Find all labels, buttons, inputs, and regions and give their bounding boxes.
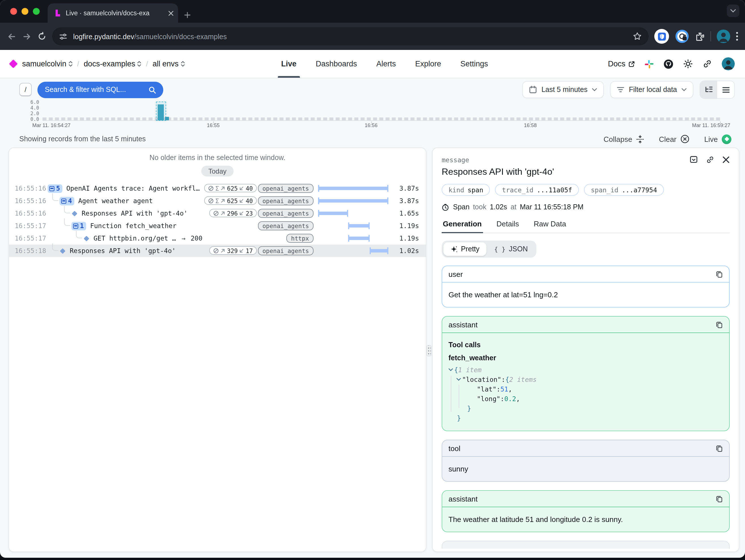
search-filter-button[interactable]: Search & filter with SQL... xyxy=(37,82,163,98)
detail-tabs: GenerationDetailsRaw Data xyxy=(442,217,730,233)
message-card-assistant: assistantThe weather at latitude 51 and … xyxy=(442,490,730,532)
token-usage-badge: Σ62540 xyxy=(204,196,257,205)
tree-view-button[interactable] xyxy=(700,81,717,98)
today-chip[interactable]: Today xyxy=(201,166,233,177)
theme-sun-icon[interactable] xyxy=(683,59,693,69)
clear-button[interactable]: Clear xyxy=(659,134,689,144)
trace-row[interactable]: 16:55:164Agent weather agentΣ62540openai… xyxy=(9,195,426,207)
pin-view-icon[interactable] xyxy=(689,155,698,164)
back-button[interactable] xyxy=(7,31,17,41)
token-coin-icon xyxy=(214,211,219,216)
copy-icon[interactable] xyxy=(715,270,723,278)
browser-tab-strip: Live · samuelcolvin/docs-exa xyxy=(0,0,745,23)
breadcrumb-item-all envs[interactable]: all envs xyxy=(153,60,185,68)
docs-link[interactable]: Docs xyxy=(608,60,635,68)
breadcrumb-item-samuelcolvin[interactable]: samuelcolvin xyxy=(22,60,72,68)
tab-close-icon[interactable] xyxy=(168,10,173,15)
scope-tag[interactable]: openai_agents xyxy=(258,246,314,255)
chevron-down-icon xyxy=(681,88,687,91)
tab-search-chevron-button[interactable] xyxy=(727,4,739,17)
close-window-button[interactable] xyxy=(10,8,17,15)
scope-tag[interactable]: openai_agents xyxy=(258,196,314,206)
copy-icon[interactable] xyxy=(715,321,723,328)
bookmark-star-icon[interactable] xyxy=(633,32,642,41)
trace-row[interactable]: 16:55:171Function fetch_weatheropenai_ag… xyxy=(9,220,426,232)
tab-title: Live · samuelcolvin/docs-exa xyxy=(66,10,164,17)
tab-raw-data[interactable]: Raw Data xyxy=(533,217,567,232)
maximize-window-button[interactable] xyxy=(33,8,40,15)
copy-icon[interactable] xyxy=(715,444,723,452)
json-segment-brace: { xyxy=(454,366,458,374)
collapse-badge[interactable]: 1 xyxy=(71,222,86,230)
view-mode-pretty[interactable]: Pretty xyxy=(443,242,486,256)
slash-shortcut-keycap: / xyxy=(19,83,32,96)
trace-row[interactable]: 16:55:18Responses API with 'gpt-4o'32917… xyxy=(9,245,426,257)
nav-tab-live[interactable]: Live xyxy=(281,50,296,78)
trace-row-name: OpenAI Agents trace: Agent workflow xyxy=(66,184,202,192)
new-tab-button[interactable] xyxy=(184,11,191,19)
collapse-button[interactable]: Collapse xyxy=(604,135,644,143)
tree-collapse-chevron-icon[interactable] xyxy=(449,368,453,371)
calendar-icon xyxy=(529,86,537,94)
list-view-button[interactable] xyxy=(717,81,734,98)
breadcrumb-item-docs-examples[interactable]: docs-examples xyxy=(84,60,141,68)
trace-row-name: Function fetch_weather xyxy=(90,222,176,230)
site-settings-icon[interactable] xyxy=(59,32,67,40)
trace-row[interactable]: 16:55:16Responses API with 'gpt-4o'29623… xyxy=(9,207,426,220)
password-manager-extension-icon[interactable] xyxy=(675,29,689,44)
scope-tag[interactable]: openai_agents xyxy=(258,184,314,193)
share-link-icon[interactable] xyxy=(703,59,712,69)
json-tree-line: } xyxy=(449,413,723,423)
message-role-label: assistant xyxy=(449,320,478,329)
reload-button[interactable] xyxy=(37,32,46,41)
token-usage-badge: 32917 xyxy=(209,247,257,255)
panel-resize-handle[interactable] xyxy=(426,345,431,356)
token-sum-icon: Σ xyxy=(216,185,219,192)
browser-profile-avatar[interactable] xyxy=(717,30,730,43)
nav-tab-dashboards[interactable]: Dashboards xyxy=(316,50,357,78)
nav-tab-settings[interactable]: Settings xyxy=(460,50,488,78)
time-range-dropdown[interactable]: Last 5 minutes xyxy=(522,81,604,98)
live-toggle[interactable]: Live xyxy=(704,134,732,144)
status-row: Showing records from the last 5 minutes … xyxy=(0,132,745,146)
meta-pill-span_id[interactable]: span_id...a77954 xyxy=(584,184,664,196)
tab-generation[interactable]: Generation xyxy=(442,217,483,232)
token-cell: Σ62540 xyxy=(204,184,257,193)
extensions-puzzle-icon[interactable] xyxy=(695,31,705,41)
browser-menu-kebab-icon[interactable] xyxy=(736,32,738,41)
tree-collapse-chevron-icon[interactable] xyxy=(456,378,461,381)
close-panel-icon[interactable] xyxy=(722,155,730,164)
meta-pill-trace_id[interactable]: trace_id...11a05f xyxy=(495,184,579,196)
slack-icon[interactable] xyxy=(645,59,654,68)
json-segment-brace: } xyxy=(467,404,471,412)
trace-row[interactable]: 16:55:165OpenAI Agents trace: Agent work… xyxy=(9,182,426,195)
scope-tag[interactable]: httpx xyxy=(287,234,314,243)
span-duration-value: 1.02s xyxy=(490,203,507,211)
scope-tag[interactable]: openai_agents xyxy=(258,221,314,230)
nav-tab-explore[interactable]: Explore xyxy=(415,50,441,78)
trace-row[interactable]: 16:55:17GET httpbin.org/get ? lat='51.0'… xyxy=(9,232,426,245)
browser-tab[interactable]: Live · samuelcolvin/docs-exa xyxy=(47,3,178,23)
filter-local-data-dropdown[interactable]: Filter local data xyxy=(610,81,693,98)
view-mode-json[interactable]: { }JSON xyxy=(487,242,535,256)
meta-pill-kind[interactable]: kindspan xyxy=(442,184,490,196)
y-axis-tick-label: 6.0 xyxy=(30,99,39,105)
collapse-badge[interactable]: 4 xyxy=(60,196,74,205)
scope-tag[interactable]: openai_agents xyxy=(258,209,314,218)
nav-tab-alerts[interactable]: Alerts xyxy=(376,50,396,78)
copy-icon[interactable] xyxy=(715,495,723,502)
meta-pill-label: kind xyxy=(449,186,464,194)
minimize-window-button[interactable] xyxy=(22,8,28,15)
forward-button[interactable] xyxy=(22,31,32,41)
user-avatar[interactable] xyxy=(722,57,735,70)
collapse-icon xyxy=(636,135,644,143)
github-icon[interactable] xyxy=(663,59,674,69)
message-card-assistant: assistantTool callsfetch_weather{ 1 item… xyxy=(442,316,730,431)
tab-details[interactable]: Details xyxy=(495,217,520,232)
copy-link-icon[interactable] xyxy=(706,155,714,164)
duration-bar-track xyxy=(318,247,388,254)
address-bar[interactable]: logfire.pydantic.dev/samuelcolvin/docs-e… xyxy=(52,27,649,45)
records-timeline-chart[interactable]: 6.04.02.00.0Mar 11. 16:54:2716:5516:5616… xyxy=(0,101,745,132)
collapse-badge[interactable]: 5 xyxy=(47,184,62,193)
bitwarden-extension-icon[interactable] xyxy=(654,29,669,44)
